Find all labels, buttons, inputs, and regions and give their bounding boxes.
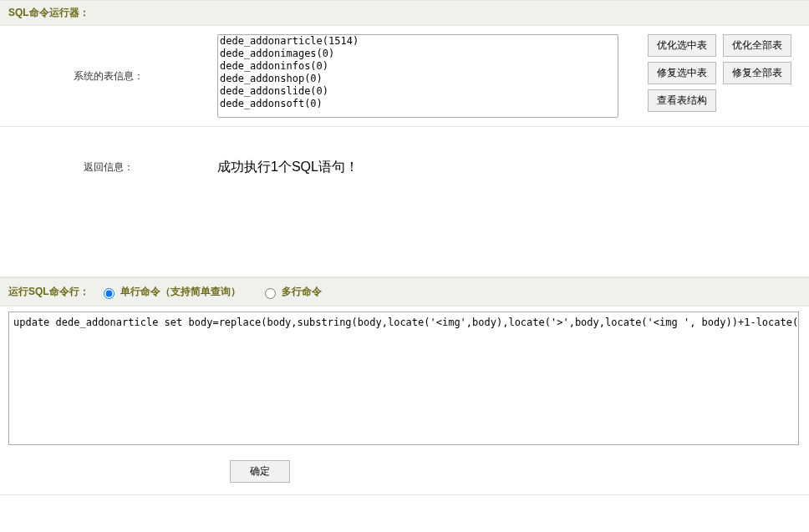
table-option[interactable]: dede_addoninfos(0) <box>218 60 618 73</box>
table-info-label-text: 系统的表信息： <box>74 69 144 84</box>
panel-title: SQL命令运行器： <box>0 0 809 26</box>
return-message-text: 成功执行1个SQL语句！ <box>217 160 359 174</box>
sql-textarea[interactable] <box>8 312 799 445</box>
optimize-selected-button[interactable]: 优化选中表 <box>648 34 716 57</box>
return-info-row: 返回信息： 成功执行1个SQL语句！ <box>0 127 809 277</box>
table-option[interactable]: dede_addonimages(0) <box>218 48 618 60</box>
command-mode-strip: 运行SQL命令行： 单行命令（支持简单查询） 多行命令 <box>0 277 809 307</box>
command-strip-title: 运行SQL命令行： <box>8 285 89 299</box>
table-option[interactable]: dede_addonsoft(0) <box>218 98 618 110</box>
single-command-label: 单行命令（支持简单查询） <box>120 285 241 299</box>
return-info-label-text: 返回信息： <box>84 160 134 175</box>
single-command-radio[interactable] <box>104 288 114 299</box>
view-structure-button[interactable]: 查看表结构 <box>648 89 716 112</box>
multi-command-radio[interactable] <box>265 288 276 299</box>
table-option[interactable]: dede_addonslide(0) <box>218 85 618 98</box>
repair-all-button[interactable]: 修复全部表 <box>723 62 791 84</box>
button-column-1: 优化选中表 修复选中表 查看表结构 <box>648 34 716 112</box>
multi-command-radio-wrap[interactable]: 多行命令 <box>261 285 322 299</box>
table-info-row: 系统的表信息： dede_addonarticle(1514)dede_addo… <box>0 26 809 127</box>
panel-title-text: SQL命令运行器： <box>8 7 89 18</box>
table-option[interactable]: dede_addonarticle(1514) <box>218 35 618 48</box>
multi-command-label: 多行命令 <box>282 285 322 299</box>
confirm-button[interactable]: 确定 <box>230 460 290 483</box>
table-list-select[interactable]: dede_addonarticle(1514)dede_addonimages(… <box>217 34 618 118</box>
repair-selected-button[interactable]: 修复选中表 <box>648 62 716 84</box>
button-column-2: 优化全部表 修复全部表 <box>723 34 791 84</box>
single-command-radio-wrap[interactable]: 单行命令（支持简单查询） <box>99 285 241 299</box>
optimize-all-button[interactable]: 优化全部表 <box>723 34 791 57</box>
return-message: 成功执行1个SQL语句！ <box>217 135 618 200</box>
main-section: 系统的表信息： dede_addonarticle(1514)dede_addo… <box>0 26 809 495</box>
confirm-row: 确定 <box>0 450 809 495</box>
table-option[interactable]: dede_addonshop(0) <box>218 73 618 85</box>
return-info-label: 返回信息： <box>0 127 217 208</box>
table-info-label: 系统的表信息： <box>0 26 217 126</box>
return-info-content: 成功执行1个SQL语句！ <box>217 127 809 208</box>
table-info-content: dede_addonarticle(1514)dede_addonimages(… <box>217 26 809 126</box>
